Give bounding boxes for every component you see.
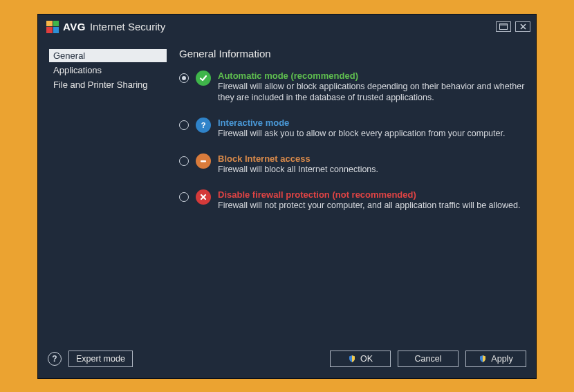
option-desc: Firewall will allow or block application… bbox=[218, 81, 525, 104]
sidebar-item-applications[interactable]: Applications bbox=[49, 64, 167, 77]
cross-icon bbox=[196, 189, 211, 205]
option-title: Automatic mode (recommended) bbox=[218, 71, 525, 81]
option-disable: Disable firewall protection (not recomme… bbox=[179, 189, 525, 212]
option-title: Interactive mode bbox=[218, 118, 525, 128]
apply-button[interactable]: Apply bbox=[465, 351, 526, 367]
svg-text:?: ? bbox=[201, 121, 206, 129]
app-window: AVG Internet Security GeneralApplication… bbox=[37, 14, 537, 379]
radio-block[interactable] bbox=[179, 156, 189, 166]
sidebar-item-general[interactable]: General bbox=[49, 49, 167, 62]
brand-text: AVG bbox=[63, 21, 86, 32]
radio-automatic[interactable] bbox=[179, 73, 189, 83]
question-icon: ? bbox=[196, 118, 211, 133]
avg-logo-icon bbox=[46, 21, 59, 33]
option-list: Automatic mode (recommended)Firewall wil… bbox=[179, 71, 525, 212]
option-interactive: ?Interactive modeFirewall will ask you t… bbox=[179, 118, 525, 140]
ok-label: OK bbox=[360, 354, 373, 364]
minus-icon bbox=[196, 153, 211, 169]
shield-icon bbox=[479, 355, 487, 363]
option-desc: Firewall will not protect your computer,… bbox=[218, 200, 525, 212]
main-heading: General Information bbox=[179, 48, 525, 59]
expert-mode-label: Expert mode bbox=[76, 354, 125, 364]
apply-label: Apply bbox=[491, 354, 512, 364]
ok-button[interactable]: OK bbox=[330, 351, 391, 367]
expert-mode-button[interactable]: Expert mode bbox=[68, 351, 133, 367]
footer: ? Expert mode OK Cancel Apply bbox=[38, 346, 536, 378]
option-body: Disable firewall protection (not recomme… bbox=[218, 189, 525, 212]
help-icon[interactable]: ? bbox=[48, 352, 62, 366]
app-title: Internet Security bbox=[90, 21, 165, 32]
sidebar-item-file-and-printer-sharing[interactable]: File and Printer Sharing bbox=[49, 78, 167, 91]
radio-interactive[interactable] bbox=[179, 120, 189, 130]
cancel-button[interactable]: Cancel bbox=[398, 351, 459, 367]
cancel-label: Cancel bbox=[415, 354, 442, 364]
main-panel: General Information Automatic mode (reco… bbox=[179, 45, 525, 346]
option-body: Interactive modeFirewall will ask you to… bbox=[218, 118, 525, 140]
close-button[interactable] bbox=[515, 21, 530, 32]
maximize-button[interactable] bbox=[496, 21, 511, 32]
shield-icon bbox=[348, 355, 356, 363]
svg-rect-5 bbox=[201, 160, 206, 162]
option-title: Disable firewall protection (not recomme… bbox=[218, 189, 525, 200]
titlebar: AVG Internet Security bbox=[38, 15, 536, 39]
option-desc: Firewall will block all Internet connect… bbox=[218, 164, 525, 176]
option-body: Automatic mode (recommended)Firewall wil… bbox=[218, 71, 525, 104]
option-desc: Firewall will ask you to allow or block … bbox=[218, 128, 525, 140]
sidebar: GeneralApplicationsFile and Printer Shar… bbox=[49, 45, 167, 346]
option-title: Block Internet access bbox=[218, 153, 525, 164]
check-icon bbox=[196, 71, 211, 86]
option-automatic: Automatic mode (recommended)Firewall wil… bbox=[179, 71, 525, 104]
option-body: Block Internet accessFirewall will block… bbox=[218, 153, 525, 176]
radio-disable[interactable] bbox=[179, 192, 189, 202]
option-block: Block Internet accessFirewall will block… bbox=[179, 153, 525, 176]
